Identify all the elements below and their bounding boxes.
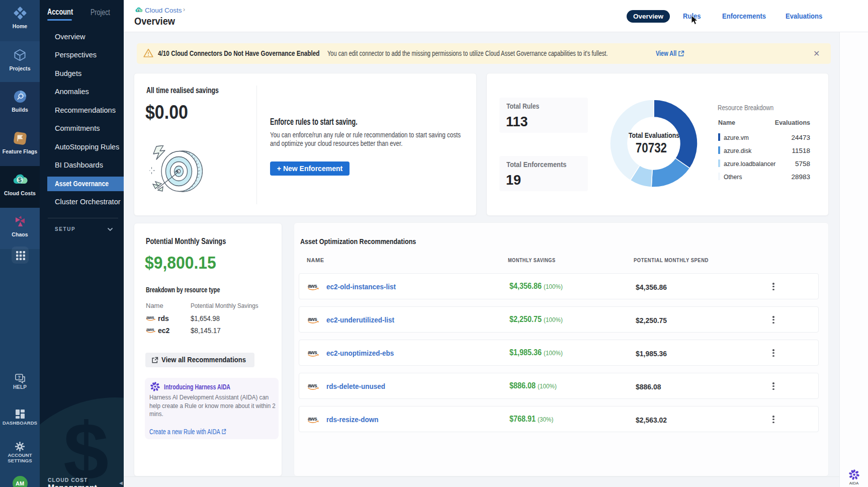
- svg-text:aws: aws: [308, 316, 317, 322]
- svg-text:aws: aws: [308, 349, 317, 355]
- svg-text:?: ?: [18, 375, 21, 380]
- svg-text:aws: aws: [146, 315, 154, 320]
- svg-text:aws: aws: [308, 382, 317, 388]
- svg-text:$: $: [18, 177, 22, 184]
- svg-text:aws: aws: [146, 327, 154, 332]
- svg-text:aws: aws: [308, 416, 317, 422]
- svg-text:aws: aws: [308, 283, 317, 289]
